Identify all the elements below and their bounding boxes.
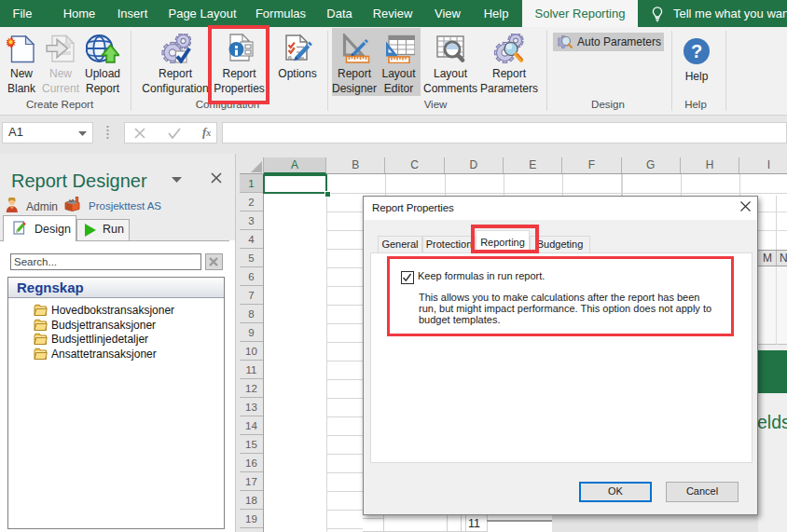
svg-text:?: ? bbox=[691, 41, 702, 61]
